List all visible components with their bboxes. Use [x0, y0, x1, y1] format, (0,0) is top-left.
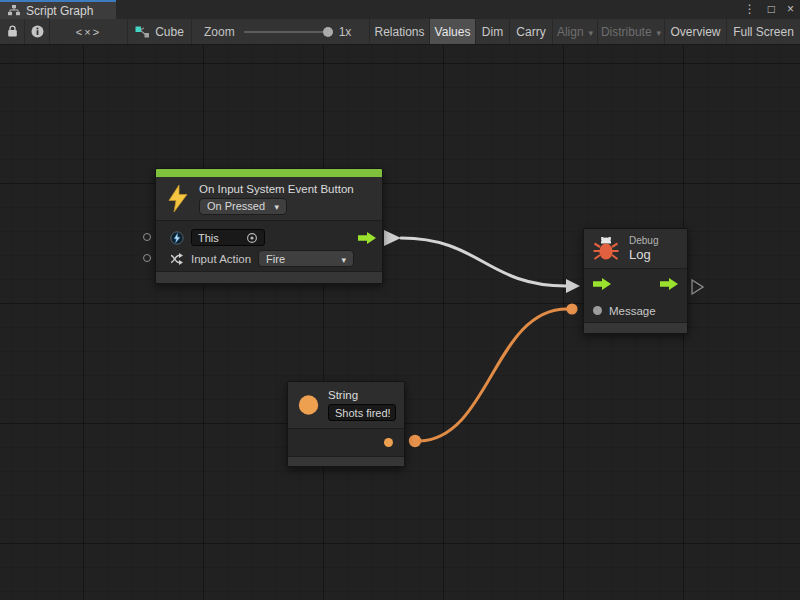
bolt-circle-icon	[170, 231, 184, 245]
node-string-literal[interactable]: String Shots fired!	[287, 381, 405, 467]
string-value-field[interactable]: Shots fired!	[328, 404, 396, 421]
string-node-title: String	[328, 389, 396, 401]
caret-down-icon: ▾	[589, 28, 594, 38]
unconnected-port-ring[interactable]	[143, 233, 151, 241]
zoom-label: Zoom	[204, 25, 235, 39]
carry-button[interactable]: Carry	[510, 19, 553, 44]
string-node-header: String Shots fired!	[288, 382, 404, 428]
target-object-field[interactable]: This	[191, 229, 265, 246]
node-on-input-system-event-button[interactable]: On Input System Event Button On Pressed …	[155, 168, 383, 284]
object-picker-icon[interactable]	[246, 232, 258, 244]
caret-down-icon: ▾	[342, 255, 347, 265]
debug-node-body: Message	[584, 268, 687, 322]
unity-script-graph-window: Script Graph ⋮ □ × <×>	[0, 0, 800, 600]
debug-node-title: Log	[629, 247, 658, 262]
event-node-title: On Input System Event Button	[199, 183, 354, 195]
window-menu-icon[interactable]: ⋮	[744, 0, 756, 19]
align-button[interactable]: Align ▾	[553, 19, 598, 44]
tab-bar: Script Graph ⋮ □ ×	[0, 0, 800, 19]
flow-output-port[interactable]	[660, 278, 678, 290]
flow-output-port[interactable]	[358, 232, 376, 244]
debug-node-category: Debug	[629, 235, 658, 246]
caret-down-icon: ▾	[657, 28, 662, 38]
value-wire-dest-dot[interactable]	[566, 303, 577, 314]
info-icon	[31, 25, 44, 38]
value-wire[interactable]	[420, 309, 567, 441]
input-action-dropdown[interactable]: Fire ▾	[258, 250, 354, 267]
graph-hierarchy-icon	[8, 5, 20, 16]
string-node-body	[288, 428, 404, 456]
string-output-port[interactable]	[384, 438, 393, 447]
event-node-body: This	[156, 220, 382, 271]
string-node-footer	[288, 456, 404, 466]
zoom-slider[interactable]	[244, 31, 330, 33]
flow-input-port[interactable]	[593, 278, 611, 290]
dim-button[interactable]: Dim	[476, 19, 510, 44]
script-graph-asset-icon	[135, 26, 149, 38]
debug-node-header: Debug Log	[584, 229, 687, 268]
inspect-toggle-button[interactable]: <×>	[50, 19, 128, 44]
graph-selector-button[interactable]: Cube	[128, 19, 192, 44]
flow-port-row	[584, 269, 687, 299]
zoom-slider-knob[interactable]	[323, 27, 333, 37]
input-action-icon	[170, 253, 184, 265]
flow-out-hint-triangle[interactable]	[692, 280, 703, 294]
window-maximize-icon[interactable]: □	[768, 0, 775, 19]
caret-down-icon: ▾	[274, 202, 279, 212]
graph-name: Cube	[155, 25, 184, 39]
info-button[interactable]	[25, 19, 50, 44]
window-close-icon[interactable]: ×	[787, 0, 794, 19]
lock-icon	[7, 25, 18, 38]
node-debug-log[interactable]: Debug Log Message	[583, 228, 688, 334]
graph-canvas[interactable]: On Input System Event Button On Pressed …	[0, 45, 800, 600]
input-action-label: Input Action	[191, 253, 251, 265]
distribute-button[interactable]: Distribute ▾	[598, 19, 665, 44]
lock-button[interactable]	[0, 19, 25, 44]
zoom-control: Zoom 1x	[192, 19, 370, 44]
unconnected-port-ring[interactable]	[143, 254, 151, 262]
message-input-port[interactable]	[593, 306, 602, 315]
message-port-row: Message	[584, 299, 687, 322]
lightning-bolt-icon	[167, 185, 189, 212]
values-button[interactable]: Values	[430, 19, 476, 44]
fullscreen-button[interactable]: Full Screen	[727, 19, 800, 44]
message-port-label: Message	[609, 305, 656, 317]
flow-wire-source-arrow[interactable]	[384, 230, 401, 246]
input-action-row: Input Action Fire ▾	[156, 248, 382, 269]
string-type-icon	[298, 392, 319, 418]
event-accent-bar	[156, 169, 382, 177]
overview-button[interactable]: Overview	[665, 19, 727, 44]
graph-toolbar: <×> Cube Zoom 1x Relations Values Dim Ca…	[0, 19, 800, 45]
target-port-row: This	[156, 227, 382, 248]
tab-label: Script Graph	[26, 4, 93, 18]
debug-bug-icon	[593, 236, 619, 262]
flow-wire-dest-arrow[interactable]	[566, 279, 580, 293]
event-node-header: On Input System Event Button On Pressed …	[156, 177, 382, 220]
zoom-value: 1x	[339, 25, 352, 39]
tab-script-graph[interactable]: Script Graph	[0, 0, 116, 19]
window-controls: ⋮ □ ×	[744, 0, 794, 19]
debug-node-footer	[584, 322, 687, 333]
event-type-dropdown[interactable]: On Pressed ▾	[199, 198, 287, 215]
relations-button[interactable]: Relations	[370, 19, 430, 44]
flow-wire[interactable]	[401, 238, 566, 286]
event-node-footer	[156, 271, 382, 283]
